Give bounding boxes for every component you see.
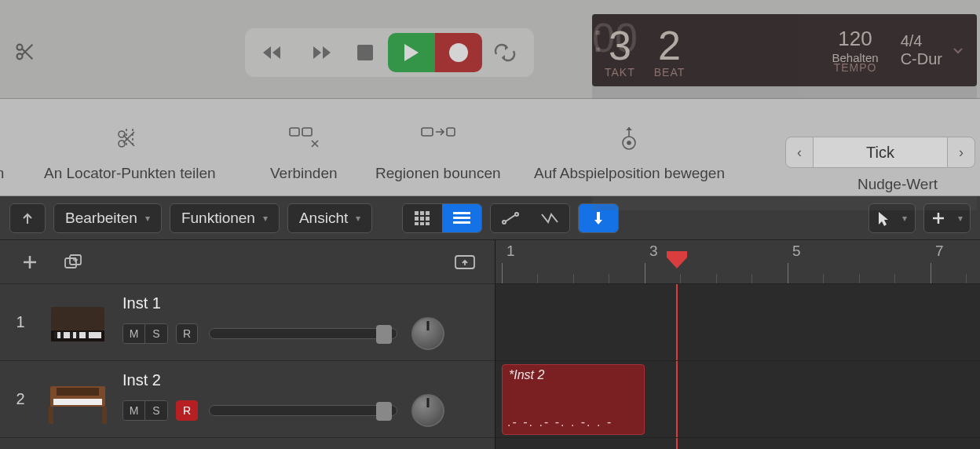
tool-split-locators[interactable]: An Locator-Punkten teilen <box>44 165 216 182</box>
svg-rect-7 <box>302 128 312 136</box>
region-name: *Inst 2 <box>509 368 638 382</box>
add-tool[interactable]: ▾ <box>923 203 971 233</box>
nudge-value[interactable]: Tick <box>814 137 947 168</box>
svg-rect-6 <box>290 128 299 136</box>
svg-rect-2 <box>357 45 373 60</box>
track-row[interactable]: 1 Inst 1 M S R <box>0 284 495 361</box>
volume-slider[interactable] <box>209 328 397 339</box>
solo-button[interactable]: S <box>145 324 167 343</box>
scissors-icon[interactable] <box>14 41 36 63</box>
nudge-prev-button[interactable]: ‹ <box>785 137 814 168</box>
pointer-tool[interactable]: ▾ <box>868 203 916 233</box>
record-enable-button[interactable]: R <box>176 323 198 344</box>
svg-rect-38 <box>53 399 102 405</box>
record-button[interactable] <box>435 33 482 72</box>
track-lane[interactable] <box>495 284 980 361</box>
svg-rect-18 <box>415 222 419 225</box>
svg-rect-23 <box>453 221 470 224</box>
automation-curve-button[interactable] <box>491 204 530 232</box>
mute-solo-buttons: M S <box>122 323 168 344</box>
svg-rect-21 <box>453 212 470 214</box>
svg-rect-15 <box>415 217 419 221</box>
svg-rect-40 <box>102 407 107 424</box>
tool-cut-partial[interactable]: len <box>0 165 4 182</box>
hide-track-headers-button[interactable] <box>9 203 46 233</box>
svg-point-24 <box>503 221 506 224</box>
forward-button[interactable] <box>297 33 342 72</box>
record-enable-button[interactable]: R <box>176 400 198 421</box>
svg-rect-32 <box>54 332 57 338</box>
lcd-beat-label: BEAT <box>654 66 686 78</box>
midi-region[interactable]: *Inst 2 .- -. .- -. . -. . - <box>502 364 645 435</box>
lcd-chevron-icon[interactable] <box>942 44 964 57</box>
catch-playhead-button[interactable] <box>579 204 618 232</box>
svg-rect-20 <box>426 222 430 225</box>
mute-button[interactable]: M <box>123 324 145 343</box>
ruler-mark: 5 <box>792 243 801 260</box>
lcd-tempo[interactable]: 120 <box>838 27 872 51</box>
region-midi-preview: .- -. .- -. . -. . - <box>507 415 639 429</box>
nudge-value-stepper: ‹ Tick › <box>785 137 975 168</box>
transport-controls <box>245 28 534 77</box>
tool-merge[interactable]: Verbinden <box>270 165 338 182</box>
playhead-marker-icon[interactable] <box>667 251 687 268</box>
ruler-mark: 1 <box>506 243 515 260</box>
svg-rect-14 <box>426 211 430 215</box>
svg-rect-12 <box>415 211 419 215</box>
merge-icon <box>270 118 338 159</box>
mute-solo-buttons: M S <box>122 400 168 421</box>
lcd-key[interactable]: C-Dur <box>901 50 942 68</box>
svg-rect-41 <box>57 388 99 396</box>
duplicate-track-button[interactable] <box>58 249 90 276</box>
track-icon <box>41 369 115 430</box>
add-track-button[interactable] <box>14 249 46 276</box>
tool-bounce[interactable]: Regionen bouncen <box>375 165 501 182</box>
automation-flex-button[interactable] <box>530 204 569 232</box>
lcd-display[interactable]: 00 : 3 TAKT 2 BEAT 120 Behalten TEMPO 4/… <box>592 14 977 86</box>
pan-knob[interactable] <box>411 317 444 350</box>
tool-move-playhead[interactable]: Auf Abspielposition bewegen <box>534 165 725 182</box>
lcd-tempo-label: TEMPO <box>834 61 877 74</box>
move-to-playhead-icon <box>534 118 725 159</box>
svg-rect-8 <box>422 128 433 136</box>
lcd-timesig[interactable]: 4/4 <box>901 32 923 50</box>
nudge-label: Nudge-Wert <box>858 176 938 193</box>
automation-segment <box>490 203 570 233</box>
view-mode-segment <box>402 203 482 233</box>
rewind-button[interactable] <box>251 33 297 72</box>
svg-rect-13 <box>420 211 424 215</box>
split-locators-icon <box>44 118 216 159</box>
stop-button[interactable] <box>342 33 388 72</box>
svg-rect-39 <box>49 407 53 424</box>
track-name[interactable]: Inst 2 <box>122 371 487 389</box>
svg-point-3 <box>449 43 468 62</box>
functions-menu[interactable]: Funktionen▾ <box>170 203 280 233</box>
svg-rect-34 <box>70 332 73 338</box>
track-number: 2 <box>0 390 41 408</box>
svg-rect-29 <box>51 307 104 330</box>
track-number: 1 <box>0 313 41 331</box>
timeline-ruler[interactable]: 1 3 5 7 <box>495 240 980 284</box>
svg-point-25 <box>515 213 518 216</box>
track-name[interactable]: Inst 1 <box>122 294 487 312</box>
global-tracks-button[interactable] <box>449 249 481 276</box>
pan-knob[interactable] <box>411 394 444 427</box>
track-icon <box>41 292 115 353</box>
view-list-button[interactable] <box>442 204 481 232</box>
svg-rect-19 <box>420 222 424 225</box>
play-button[interactable] <box>388 33 435 72</box>
cycle-button[interactable] <box>482 33 528 72</box>
volume-slider[interactable] <box>209 405 397 416</box>
catch-segment <box>578 203 619 233</box>
mute-button[interactable]: M <box>123 401 145 420</box>
ruler-mark: 3 <box>649 243 658 260</box>
svg-rect-17 <box>426 217 430 221</box>
track-row[interactable]: 2 Inst 2 M S R <box>0 361 495 438</box>
view-grid-button[interactable] <box>403 204 442 232</box>
nudge-next-button[interactable]: › <box>947 137 975 168</box>
edit-menu[interactable]: Bearbeiten▾ <box>53 203 162 233</box>
solo-button[interactable]: S <box>145 401 167 420</box>
view-menu[interactable]: Ansicht▾ <box>287 203 372 233</box>
lcd-beat: 2 <box>658 22 681 69</box>
svg-rect-16 <box>420 217 424 221</box>
